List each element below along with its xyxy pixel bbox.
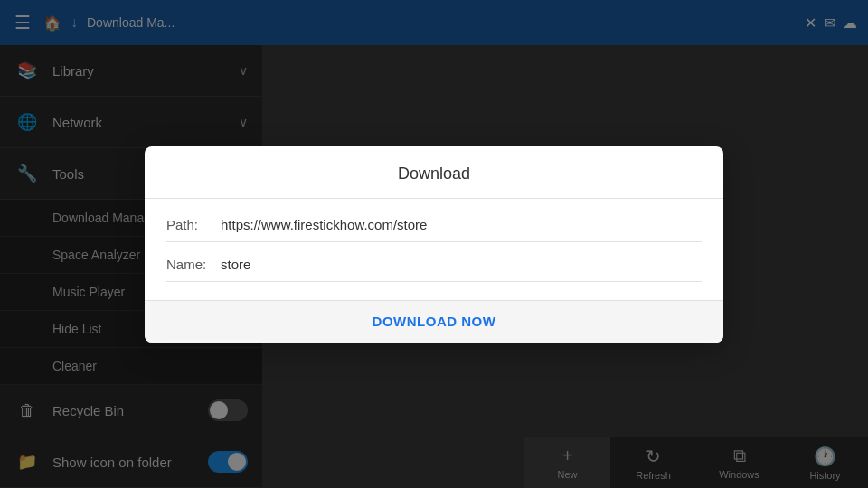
name-label: Name:: [166, 257, 221, 272]
download-now-button[interactable]: DOWNLOAD NOW: [373, 314, 496, 329]
modal-path-field: Path: https://www.firestickhow.com/store: [166, 217, 702, 242]
modal-body: Path: https://www.firestickhow.com/store…: [145, 199, 723, 300]
path-label: Path:: [166, 217, 221, 232]
modal-title: Download: [398, 164, 470, 183]
app-container: ☰ 🏠 ↓ Download Ma... ✕ ✉ ☁ 📚 Library ∨ 🌐…: [0, 0, 868, 488]
name-value[interactable]: store: [221, 257, 702, 272]
modal-header: Download: [145, 146, 723, 199]
modal-overlay: Download Path: https://www.firestickhow.…: [0, 0, 868, 488]
modal-name-field: Name: store: [166, 257, 702, 282]
download-modal: Download Path: https://www.firestickhow.…: [145, 146, 723, 343]
modal-footer: DOWNLOAD NOW: [145, 300, 723, 343]
path-value[interactable]: https://www.firestickhow.com/store: [221, 217, 702, 232]
